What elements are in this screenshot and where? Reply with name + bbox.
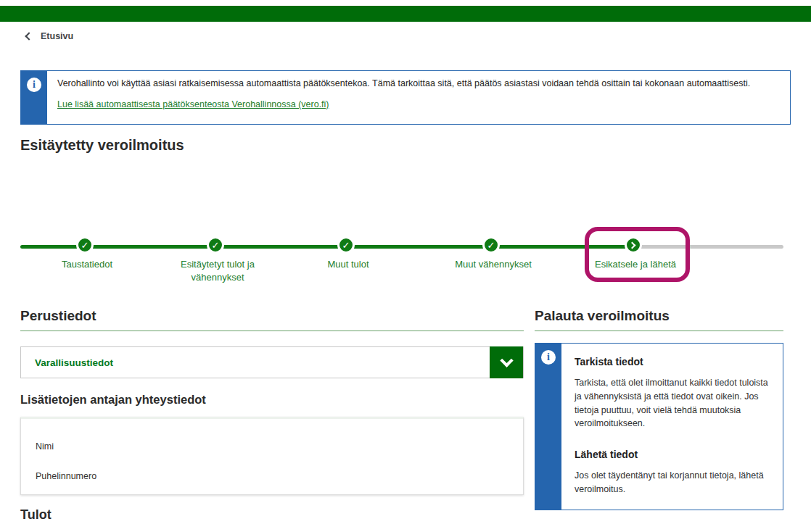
step-node-muut-tulot[interactable]: ✓ — [337, 236, 355, 254]
page-title: Esitäytetty veroilmoitus — [20, 137, 184, 154]
perustiedot-heading: Perustiedot — [20, 308, 524, 331]
stepper-track-completed — [20, 245, 635, 249]
step-label-esikatsele-ja-laheta[interactable]: Esikatsele ja lähetä — [574, 258, 697, 271]
palauta-info-box: i Tarkista tiedot Tarkista, että olet il… — [535, 343, 783, 510]
step-label-esitaytetyt-tulot[interactable]: Esitäytetyt tulot ja vähennykset — [163, 258, 272, 283]
check-icon: ✓ — [487, 241, 495, 250]
accordion-label: Varallisuustiedot — [21, 357, 113, 368]
contact-heading: Lisätietojen antajan yhteystiedot — [20, 393, 524, 407]
info-icon: i — [541, 350, 556, 365]
automation-info-banner: i Verohallinto voi käyttää asiasi ratkai… — [20, 70, 791, 125]
banner-text: Verohallinto voi käyttää asiasi ratkaise… — [57, 78, 750, 88]
chevron-left-icon — [25, 32, 33, 40]
info-icon: i — [27, 78, 41, 92]
step-label-muut-tulot[interactable]: Muut tulot — [287, 258, 410, 271]
check-icon: ✓ — [342, 241, 350, 250]
back-link-etusivu[interactable]: Etusivu — [26, 31, 73, 41]
step-label-taustatiedot[interactable]: Taustatiedot — [25, 258, 149, 271]
step-node-esikatsele-ja-laheta[interactable] — [625, 236, 642, 254]
sidebar: Palauta veroilmoitus i Tarkista tiedot T… — [535, 308, 783, 510]
banner-accent-strip: i — [21, 71, 47, 124]
step-label-muut-vahennykset[interactable]: Muut vähennykset — [432, 258, 555, 271]
check-icon: ✓ — [212, 241, 220, 250]
chevron-down-icon — [500, 354, 513, 367]
chevron-right-icon — [629, 241, 636, 249]
laheta-tiedot-title: Lähetä tiedot — [575, 449, 771, 460]
tulot-heading: Tulot — [20, 507, 524, 523]
tarkista-tiedot-body: Tarkista, että olet ilmoittanut kaikki t… — [575, 376, 771, 431]
stepper-track-remaining — [635, 245, 783, 249]
highlight-annotation-box — [585, 227, 690, 282]
step-node-muut-vahennykset[interactable]: ✓ — [482, 236, 500, 254]
app-header-bar — [0, 6, 811, 22]
accordion-expand-button[interactable] — [490, 346, 523, 378]
laheta-tiedot-body: Jos olet täydentänyt tai korjannut tieto… — [575, 469, 771, 496]
check-icon: ✓ — [81, 241, 89, 250]
main-column: Perustiedot Varallisuustiedot Lisätietoj… — [20, 308, 524, 523]
progress-stepper: ✓ ✓ ✓ ✓ Taustatiedot Esitäytetyt tulot j… — [0, 217, 811, 294]
varallisuustiedot-accordion[interactable]: Varallisuustiedot — [20, 346, 524, 378]
back-link-label: Etusivu — [41, 31, 73, 41]
step-node-taustatiedot[interactable]: ✓ — [76, 236, 94, 254]
banner-link[interactable]: Lue lisää automaattisesta päätöksenteost… — [57, 99, 329, 109]
step-node-esitaytetyt-tulot[interactable]: ✓ — [207, 236, 224, 254]
contact-card: Nimi Puhelinnumero — [20, 417, 524, 495]
contact-field-nimi: Nimi — [36, 441, 509, 452]
tarkista-tiedot-title: Tarkista tiedot — [575, 356, 771, 367]
sidebar-accent-strip: i — [535, 344, 561, 510]
contact-field-puhelinnumero: Puhelinnumero — [36, 471, 509, 481]
sidebar-heading: Palauta veroilmoitus — [535, 308, 783, 331]
